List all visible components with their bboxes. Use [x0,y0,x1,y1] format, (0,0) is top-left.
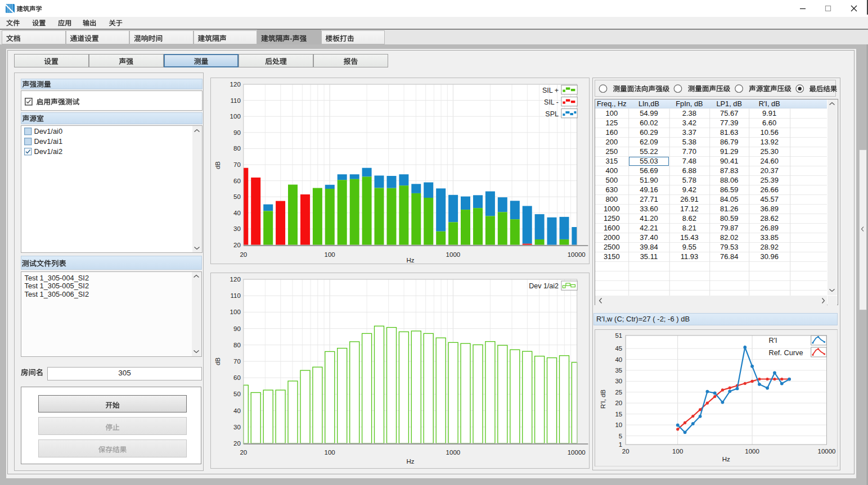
svg-text:100: 100 [324,251,335,258]
svg-text:10000: 10000 [817,448,835,455]
svg-text:SIL +: SIL + [542,87,558,94]
svg-text:80: 80 [233,342,241,348]
svg-text:100: 100 [324,449,335,456]
svg-text:dB: dB [214,161,221,169]
svg-text:Dev 1/ai2: Dev 1/ai2 [529,282,559,290]
svg-text:dB: dB [214,357,221,365]
svg-text:Ref. Curve: Ref. Curve [768,348,803,356]
svg-text:1: 1 [618,441,622,448]
svg-text:20: 20 [615,400,622,406]
svg-text:40: 40 [615,356,622,362]
svg-text:20: 20 [622,448,629,455]
svg-text:120: 120 [230,276,240,283]
svg-text:20: 20 [240,251,247,258]
svg-text:90: 90 [233,129,241,136]
svg-text:R'I: R'I [768,336,777,345]
svg-text:10: 10 [615,421,622,428]
svg-text:1000: 1000 [446,449,460,456]
svg-text:90: 90 [233,325,241,332]
svg-text:100: 100 [672,448,683,455]
svg-text:SPL: SPL [545,110,559,118]
svg-text:25: 25 [615,388,622,395]
svg-text:10000: 10000 [567,449,585,456]
svg-text:SIL -: SIL - [544,98,559,106]
svg-text:1000: 1000 [745,448,759,455]
svg-text:100: 100 [230,309,240,315]
svg-text:Hz: Hz [722,456,730,463]
svg-text:80: 80 [233,145,241,152]
svg-text:20: 20 [233,440,241,447]
svg-text:60: 60 [233,178,241,184]
svg-text:30: 30 [233,424,241,430]
svg-text:40: 40 [233,210,241,216]
svg-text:R'I, dB: R'I, dB [600,389,606,408]
svg-text:120: 120 [230,81,240,88]
svg-text:50: 50 [233,193,241,200]
svg-text:50: 50 [233,391,241,397]
svg-text:1000: 1000 [446,251,460,258]
svg-text:110: 110 [230,97,240,104]
svg-text:45: 45 [615,345,622,352]
svg-text:100: 100 [230,113,240,120]
svg-text:5: 5 [618,432,622,439]
svg-text:Hz: Hz [406,257,414,264]
svg-text:35: 35 [615,367,622,374]
svg-text:20: 20 [233,242,241,248]
svg-text:10000: 10000 [567,251,585,258]
svg-text:40: 40 [233,407,241,414]
svg-text:30: 30 [233,225,241,232]
svg-text:110: 110 [230,292,240,299]
svg-text:60: 60 [233,374,241,381]
svg-text:70: 70 [233,358,241,365]
svg-text:20: 20 [240,449,247,456]
svg-text:Hz: Hz [406,458,414,465]
svg-text:70: 70 [233,161,241,168]
svg-text:51: 51 [615,332,622,338]
svg-text:30: 30 [615,378,622,384]
svg-text:15: 15 [615,410,622,417]
